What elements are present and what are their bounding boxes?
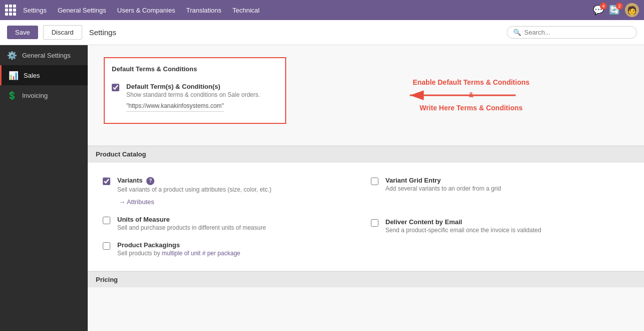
product-catalog-header: Product Catalog [88, 146, 644, 162]
packaging-row: Product Packagings Sell products by mult… [103, 238, 361, 260]
variants-checkbox[interactable] [103, 178, 110, 185]
uom-desc: Sell and purchase products in different … [117, 224, 266, 231]
uom-label: Units of Measure [117, 216, 266, 223]
variant-grid-checkbox[interactable] [371, 178, 378, 185]
variants-desc: Sell variants of a product using attribu… [117, 186, 271, 193]
variant-grid-label: Variant Grid Entry [385, 177, 501, 184]
nav-translations[interactable]: Translations [185, 5, 222, 16]
sales-icon: 📊 [9, 70, 19, 80]
search-input[interactable] [524, 29, 630, 36]
main-content: Default Terms & Conditions Default Term(… [88, 45, 644, 331]
sidebar-item-general-settings[interactable]: ⚙️ General Settings [0, 45, 88, 65]
variant-grid-desc: Add several variants to an order from a … [385, 185, 501, 192]
deliver-email-label: Deliver Content by Email [385, 218, 541, 226]
messages-badge: 4 [600, 3, 607, 10]
product-catalog-content: Variants ? Sell variants of a product us… [88, 162, 644, 271]
nav-technical[interactable]: Technical [232, 5, 261, 16]
variant-grid-row: Variant Grid Entry Add several variants … [371, 174, 629, 195]
deliver-email-row: Deliver Content by Email Send a product-… [371, 215, 629, 237]
annotation-box: Enable Default Terms & Conditions & Writ… [298, 45, 644, 145]
terms-area: Default Terms & Conditions Default Term(… [88, 45, 298, 145]
packaging-info: Product Packagings Sell products by mult… [117, 241, 240, 257]
nav-right: 💬 4 🔄 2 🧑 [593, 3, 639, 17]
default-terms-checkbox[interactable] [112, 84, 119, 91]
nav-general-settings[interactable]: General Settings [57, 5, 107, 16]
attributes-link[interactable]: → Attributes [119, 198, 154, 206]
catalog-right-col: Variant Grid Entry Add several variants … [366, 169, 634, 265]
apps-icon[interactable] [5, 5, 16, 16]
nav-links: Settings General Settings Users & Compan… [22, 5, 593, 16]
top-area: Default Terms & Conditions Default Term(… [88, 45, 644, 145]
general-settings-icon: ⚙️ [7, 50, 17, 60]
nav-settings[interactable]: Settings [22, 5, 48, 16]
default-terms-info: Default Term(s) & Condition(s) Show stan… [126, 83, 260, 112]
sidebar-label-sales: Sales [24, 72, 40, 79]
packaging-desc: Sell products by multiple of unit # per … [117, 250, 240, 257]
sidebar-item-sales[interactable]: 📊 Sales [0, 65, 88, 85]
pricing-section: Pricing [88, 271, 644, 287]
deliver-email-info: Deliver Content by Email Send a product-… [385, 218, 541, 234]
sidebar-label-invoicing: Invoicing [22, 92, 48, 99]
annotation-line1: Enable Default Terms & Conditions [412, 78, 529, 86]
product-catalog-section: Product Catalog Variants ? [88, 146, 644, 271]
invoicing-icon: 💲 [7, 90, 17, 100]
catalog-left-col: Variants ? Sell variants of a product us… [98, 169, 366, 265]
updates-badge: 2 [616, 3, 623, 10]
product-catalog-grid: Variants ? Sell variants of a product us… [98, 169, 634, 265]
default-terms-url[interactable]: "https://www.kanakinfosystems.com" [126, 102, 224, 112]
default-terms-desc: Show standard terms & conditions on Sale… [126, 91, 260, 98]
discard-button[interactable]: Discard [43, 25, 82, 40]
default-terms-row: Default Term(s) & Condition(s) Show stan… [112, 79, 278, 116]
sidebar: ⚙️ General Settings 📊 Sales 💲 Invoicing [0, 45, 88, 331]
layout: ⚙️ General Settings 📊 Sales 💲 Invoicing … [0, 45, 644, 331]
default-terms-title: Default Terms & Conditions [112, 65, 278, 73]
variants-help-icon[interactable]: ? [146, 177, 154, 185]
toolbar: Save Discard Settings 🔍 [0, 20, 644, 45]
save-button[interactable]: Save [7, 26, 38, 39]
annotation-line2: & [469, 91, 474, 99]
variants-row: Variants ? Sell variants of a product us… [103, 174, 361, 196]
packaging-label: Product Packagings [117, 241, 240, 249]
variants-info: Variants ? Sell variants of a product us… [117, 177, 271, 193]
messages-icon[interactable]: 💬 4 [593, 5, 604, 16]
uom-info: Units of Measure Sell and purchase produ… [117, 216, 266, 231]
uom-checkbox[interactable] [103, 217, 110, 224]
annotation-text: Enable Default Terms & Conditions & Writ… [412, 76, 529, 114]
uom-row: Units of Measure Sell and purchase produ… [103, 213, 361, 234]
pricing-header: Pricing [88, 271, 644, 287]
deliver-email-checkbox[interactable] [371, 219, 378, 227]
packaging-checkbox[interactable] [103, 242, 110, 250]
deliver-email-desc: Send a product-specific email once the i… [385, 227, 541, 234]
nav-users-companies[interactable]: Users & Companies [116, 5, 176, 16]
sidebar-item-invoicing[interactable]: 💲 Invoicing [0, 85, 88, 105]
variants-label: Variants ? [117, 177, 271, 185]
default-terms-label: Default Term(s) & Condition(s) [126, 83, 260, 90]
sidebar-label-general-settings: General Settings [22, 52, 71, 59]
search-box: 🔍 [507, 26, 637, 39]
avatar[interactable]: 🧑 [625, 3, 639, 17]
page-title: Settings [89, 28, 502, 37]
top-navigation: Settings General Settings Users & Compan… [0, 0, 644, 20]
annotation-line3: Write Here Terms & Conditions [419, 104, 523, 112]
search-icon: 🔍 [513, 29, 521, 36]
variant-grid-info: Variant Grid Entry Add several variants … [385, 177, 501, 192]
default-terms-section: Default Terms & Conditions Default Term(… [104, 57, 286, 124]
updates-icon[interactable]: 🔄 2 [609, 5, 620, 16]
